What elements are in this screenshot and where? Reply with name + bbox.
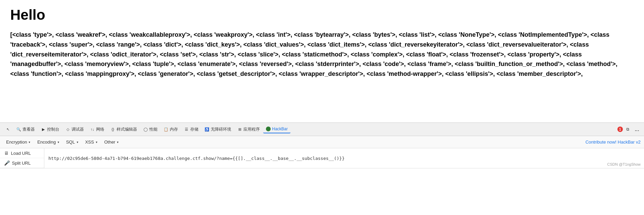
devtools-inspector-label: 查看器 <box>23 127 35 132</box>
url-actions-panel: 🖥 Load URL 🎤 Split URL <box>0 148 44 168</box>
inspector-icon: 🔍 <box>16 127 21 132</box>
devtools-performance[interactable]: ◯ 性能 <box>140 125 160 134</box>
devtools-console-label: 控制台 <box>47 127 59 132</box>
network-icon: ↑↓ <box>90 127 95 132</box>
url-bar: 🖥 Load URL 🎤 Split URL CSDN @T1ngShow <box>0 148 644 168</box>
load-url-icon: 🖥 <box>4 150 9 156</box>
devtools-more-button[interactable]: ... <box>633 125 641 134</box>
devtools-cursor[interactable]: ↖ <box>3 126 13 133</box>
devtools-bar: ↖ 🔍 查看器 ▶ 控制台 ◇ 调试器 ↑↓ 网络 {} 样式编辑器 ◯ 性能 … <box>0 122 644 136</box>
split-url-icon: 🎤 <box>4 160 10 166</box>
error-badge: 1 <box>617 127 623 132</box>
devtools-debugger-label: 调试器 <box>72 127 84 132</box>
main-body-text: [<class 'type'>, <class 'weakref'>, <cla… <box>10 30 634 79</box>
devtools-console[interactable]: ▶ 控制台 <box>38 125 62 134</box>
sql-label: SQL <box>66 139 75 145</box>
load-url-button[interactable]: 🖥 Load URL <box>0 148 44 158</box>
page-title: Hello <box>10 7 634 23</box>
devtools-memory[interactable]: 📋 内存 <box>161 125 181 134</box>
hackbar-contribute-link[interactable]: Contribute now! HackBar v2 <box>585 139 641 145</box>
sql-arrow-icon: ▾ <box>77 140 78 144</box>
hackbar-menu-encoding[interactable]: Encoding ▾ <box>34 138 62 146</box>
style-icon: {} <box>110 127 115 132</box>
devtools-application-label: 应用程序 <box>243 127 260 132</box>
devtools-network-label: 网络 <box>96 127 104 132</box>
hackbar-menu-other[interactable]: Other ▾ <box>102 138 122 146</box>
devtools-memory-label: 内存 <box>170 127 178 132</box>
encryption-label: Encryption <box>6 139 27 145</box>
debugger-icon: ◇ <box>65 127 70 132</box>
memory-icon: 📋 <box>164 127 168 132</box>
hackbar-toolbar: Encryption ▾ Encoding ▾ SQL ▾ XSS ▾ Othe… <box>0 136 644 148</box>
xss-arrow-icon: ▾ <box>96 140 98 144</box>
devtools-application[interactable]: ⊞ 应用程序 <box>235 125 263 134</box>
encoding-label: Encoding <box>37 139 56 145</box>
performance-icon: ◯ <box>143 127 148 132</box>
devtools-storage-label: 存储 <box>190 127 198 132</box>
split-url-label: Split URL <box>12 161 31 166</box>
xss-label: XSS <box>85 139 94 145</box>
main-content: Hello [<class 'type'>, <class 'weakref'>… <box>0 0 644 122</box>
url-input[interactable] <box>48 156 640 161</box>
cursor-icon: ↖ <box>5 127 10 132</box>
console-icon: ▶ <box>41 127 46 132</box>
copy-icon: ⧉ <box>626 127 629 132</box>
devtools-style-editor[interactable]: {} 样式编辑器 <box>108 125 140 134</box>
hackbar-menu-xss[interactable]: XSS ▾ <box>83 138 100 146</box>
hackbar-menu-encryption[interactable]: Encryption ▾ <box>3 138 33 146</box>
encryption-arrow-icon: ▾ <box>29 140 30 144</box>
accessibility-icon: ♿ <box>205 127 209 132</box>
devtools-style-label: 样式编辑器 <box>117 127 137 132</box>
split-url-button[interactable]: 🎤 Split URL <box>0 158 44 168</box>
devtools-performance-label: 性能 <box>149 127 158 132</box>
devtools-hackbar[interactable]: HackBar <box>263 125 290 133</box>
storage-icon: ☰ <box>184 127 189 132</box>
watermark-text: CSDN @T1ngShow <box>607 162 641 166</box>
devtools-storage[interactable]: ☰ 存储 <box>181 125 201 134</box>
application-icon: ⊞ <box>237 127 242 132</box>
url-input-area: CSDN @T1ngShow <box>44 148 644 168</box>
hackbar-dot-icon <box>266 127 271 131</box>
devtools-copy[interactable]: ⧉ <box>624 126 632 133</box>
devtools-hackbar-label: HackBar <box>272 127 288 131</box>
devtools-accessibility[interactable]: ♿ 无障碍环境 <box>202 125 234 134</box>
other-label: Other <box>104 139 116 145</box>
encoding-arrow-icon: ▾ <box>58 140 59 144</box>
hackbar-menu-sql[interactable]: SQL ▾ <box>63 138 81 146</box>
devtools-inspector[interactable]: 🔍 查看器 <box>14 125 38 134</box>
devtools-debugger[interactable]: ◇ 调试器 <box>63 125 87 134</box>
devtools-network[interactable]: ↑↓ 网络 <box>87 125 107 134</box>
other-arrow-icon: ▾ <box>117 140 119 144</box>
load-url-label: Load URL <box>11 151 31 156</box>
devtools-accessibility-label: 无障碍环境 <box>211 127 231 132</box>
